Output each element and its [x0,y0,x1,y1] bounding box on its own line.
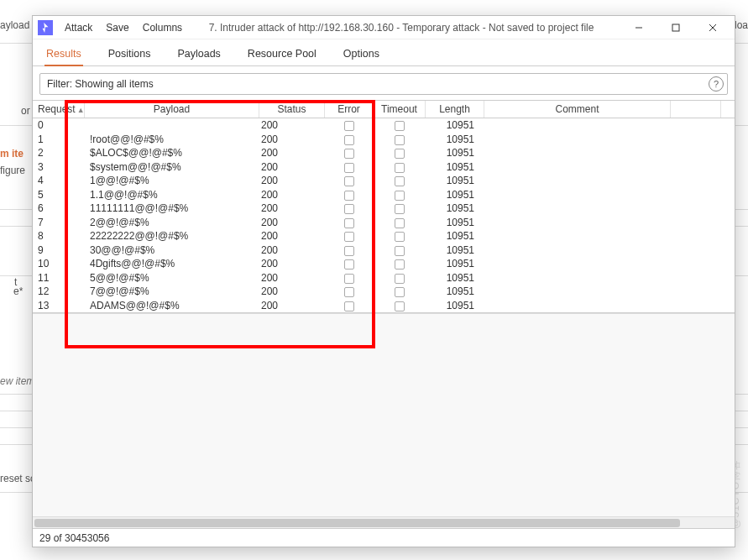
checkbox-icon[interactable] [344,176,354,186]
table-row[interactable]: 104Dgifts@@!@#$%20010951 [33,257,735,271]
cell-timeout [374,161,426,173]
col-status[interactable]: Status [259,101,325,118]
cell-length: 10951 [426,217,484,228]
minimize-button[interactable] [620,16,657,39]
checkbox-icon[interactable] [344,301,354,311]
table-row[interactable]: 72@@!@#$%20010951 [33,216,735,230]
table-row[interactable]: 020010951 [33,118,735,133]
checkbox-icon[interactable] [344,149,354,159]
checkbox-icon[interactable] [395,259,405,270]
table-row[interactable]: 3$system@@!@#$%20010951 [33,160,735,175]
cell-error [325,217,374,228]
titlebar: Attack Save Columns 7. Intruder attack o… [33,16,735,39]
checkbox-icon[interactable] [395,218,405,228]
checkbox-icon[interactable] [344,204,354,214]
cell-error [325,300,374,311]
table-row[interactable]: 115@@!@#$%20010951 [33,271,735,285]
tab-results[interactable]: Results [44,44,83,66]
bg-text: ew item [0,375,34,387]
checkbox-icon[interactable] [344,191,354,201]
checkbox-icon[interactable] [395,135,405,145]
cell-status: 200 [259,133,325,145]
cell-payload: 5@@!@#$% [85,272,259,284]
menu-attack[interactable]: Attack [65,22,92,34]
cell-error [325,285,374,297]
table-row[interactable]: 930@@!@#$%20010951 [33,243,735,258]
checkbox-icon[interactable] [395,246,405,256]
checkbox-icon[interactable] [395,121,405,131]
table-row[interactable]: 13ADAMS@@!@#$%20010951 [33,299,735,313]
checkbox-icon[interactable] [395,163,405,173]
col-timeout[interactable]: Timeout [374,101,426,118]
cell-error [325,230,374,242]
grid-body[interactable]: 0200109511!root@@!@#$%200109512$ALOC$@@!… [33,118,735,312]
checkbox-icon[interactable] [344,218,354,228]
cell-request: 3 [33,161,85,173]
cell-payload: 1@@!@#$% [85,175,259,186]
checkbox-icon[interactable] [395,287,405,297]
filter-bar[interactable]: Filter: Showing all items ? [39,73,728,95]
table-row[interactable]: 41@@!@#$%20010951 [33,174,735,188]
cell-payload: ADAMS@@!@#$% [85,300,259,311]
tab-resource-pool[interactable]: Resource Pool [246,44,318,65]
h-scrollbar[interactable] [33,516,735,528]
table-row[interactable]: 2$ALOC$@@!@#$%20010951 [33,146,735,160]
status-bar: 29 of 30453056 [33,528,735,547]
col-error[interactable]: Error [325,101,374,118]
checkbox-icon[interactable] [395,301,405,311]
close-button[interactable] [694,16,731,39]
col-comment[interactable]: Comment [484,101,671,118]
cell-status: 200 [259,161,325,173]
tab-positions[interactable]: Positions [107,44,153,65]
checkbox-icon[interactable] [344,135,354,145]
checkbox-icon[interactable] [344,287,354,297]
checkbox-icon[interactable] [395,274,405,284]
table-row[interactable]: 611111111@@!@#$%20010951 [33,201,735,216]
h-scroll-thumb[interactable] [34,519,680,527]
cell-payload: 2@@!@#$% [85,217,259,228]
checkbox-icon[interactable] [395,176,405,186]
checkbox-icon[interactable] [395,232,405,242]
menu-columns[interactable]: Columns [143,22,182,34]
checkbox-icon[interactable] [344,232,354,242]
menu-save[interactable]: Save [106,22,128,34]
cell-status: 200 [259,285,325,297]
checkbox-icon[interactable] [344,259,354,270]
checkbox-icon[interactable] [395,204,405,214]
svg-rect-1 [672,24,679,31]
checkbox-icon[interactable] [344,121,354,131]
cell-request: 0 [33,119,85,131]
table-row[interactable]: 51.1@@!@#$%20010951 [33,188,735,202]
checkbox-icon[interactable] [344,163,354,173]
table-row[interactable]: 1!root@@!@#$%20010951 [33,133,735,147]
checkbox-icon[interactable] [344,274,354,284]
checkbox-icon[interactable] [395,149,405,159]
help-icon[interactable]: ? [709,76,724,92]
cell-payload: 1.1@@!@#$% [85,189,259,201]
cell-timeout [374,175,426,186]
table-row[interactable]: 822222222@@!@#$%20010951 [33,229,735,243]
cell-length: 10951 [426,189,484,201]
col-payload[interactable]: Payload [85,101,259,118]
cell-status: 200 [259,119,325,131]
tab-options[interactable]: Options [342,44,381,65]
col-length[interactable]: Length [426,101,484,118]
cell-payload: $ALOC$@@!@#$% [85,147,259,159]
menu-bar: Attack Save Columns [65,22,182,34]
cell-length: 10951 [426,272,484,284]
checkbox-icon[interactable] [395,191,405,201]
cell-timeout [374,217,426,228]
status-text: 29 of 30453056 [39,532,109,544]
cell-payload: 7@@!@#$% [85,285,259,297]
cell-timeout [374,230,426,242]
cell-request: 5 [33,189,85,201]
cell-status: 200 [259,258,325,270]
cell-error [325,202,374,214]
tab-payloads[interactable]: Payloads [175,44,222,65]
table-row[interactable]: 127@@!@#$%20010951 [33,285,735,299]
checkbox-icon[interactable] [344,246,354,256]
col-request[interactable]: Request▲ [33,101,85,118]
cell-status: 200 [259,230,325,242]
cell-timeout [374,189,426,201]
maximize-button[interactable] [657,16,694,39]
